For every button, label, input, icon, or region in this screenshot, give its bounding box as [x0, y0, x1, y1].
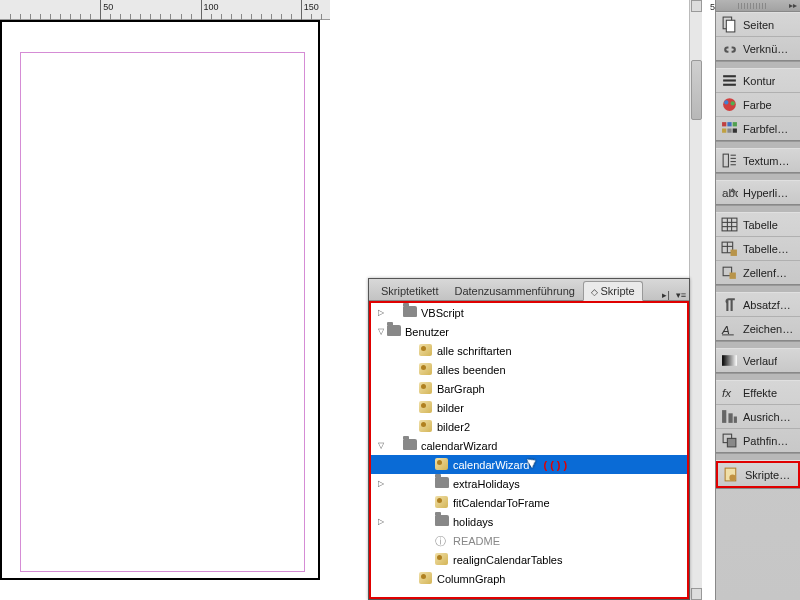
page-margin-guide [20, 52, 305, 572]
panel-button-gradient[interactable]: Verlauf [716, 349, 800, 372]
tree-script[interactable]: ColumnGraph [371, 569, 687, 588]
folder-icon [435, 477, 450, 491]
panel-menu-button[interactable]: ▾≡ [673, 290, 689, 300]
gradient-icon [721, 353, 738, 368]
tree-script[interactable]: bilder [371, 398, 687, 417]
panel-button-stroke[interactable]: Kontur [716, 69, 800, 93]
tree-script[interactable]: calendarWizard( ( ) ) [371, 455, 687, 474]
svg-rect-4 [723, 84, 736, 86]
panel-button-fx[interactable]: fxEffekte [716, 381, 800, 405]
tree-folder[interactable]: ▽Benutzer [371, 322, 687, 341]
panel-dock-header[interactable]: ▸▸ [716, 0, 800, 12]
tree-expander [375, 459, 386, 470]
panel-button-tablestyle[interactable]: Tabelle… [716, 237, 800, 261]
panel-button-label: Absatzf… [743, 299, 791, 311]
svg-rect-8 [722, 122, 726, 126]
tree-expander [375, 554, 386, 565]
tree-script[interactable]: fitCalendarToFrame [371, 493, 687, 512]
tree-expander [375, 345, 386, 356]
svg-rect-12 [727, 129, 731, 133]
tree-script[interactable]: alle schriftarten [371, 341, 687, 360]
svg-rect-30 [730, 273, 736, 279]
tree-folder[interactable]: ▷VBScript [371, 303, 687, 322]
tree-script[interactable]: ⓘREADME [371, 531, 687, 550]
panel-button-label: Zellenf… [743, 267, 787, 279]
stroke-icon [721, 73, 738, 88]
svg-rect-28 [731, 250, 737, 256]
tree-item-label: ColumnGraph [437, 573, 505, 585]
panel-button-label: Ausrich… [743, 411, 791, 423]
tree-item-label: alle schriftarten [437, 345, 512, 357]
folder-icon [403, 306, 418, 320]
panel-button-pathfinder[interactable]: Pathfin… [716, 429, 800, 452]
panel-collapse-button[interactable]: ▸| [659, 290, 672, 300]
script-icon [419, 401, 434, 415]
folder-icon [403, 439, 418, 453]
tree-folder[interactable]: ▽calendarWizard [371, 436, 687, 455]
tree-item-label: Benutzer [405, 326, 449, 338]
tree-script[interactable]: BarGraph [371, 379, 687, 398]
svg-rect-37 [734, 417, 737, 423]
pasteboard [330, 0, 710, 283]
color-icon [721, 97, 738, 112]
tree-expander [375, 535, 386, 546]
panel-button-links[interactable]: Verknü… [716, 37, 800, 60]
charstyle-icon: A [721, 321, 738, 336]
tree-script[interactable]: bilder2 [371, 417, 687, 436]
tree-expander[interactable]: ▽ [375, 440, 386, 451]
tree-item-label: realignCalendarTables [453, 554, 562, 566]
tree-item-label: bilder2 [437, 421, 470, 433]
tab-skriptetikett[interactable]: Skriptetikett [373, 281, 446, 300]
script-icon [435, 458, 450, 472]
tree-expander [375, 383, 386, 394]
tree-expander [375, 573, 386, 584]
fx-icon: fx [721, 385, 738, 400]
panel-button-parastyle[interactable]: Absatzf… [716, 293, 800, 317]
tree-folder[interactable]: ▷extraHolidays [371, 474, 687, 493]
tree-item-label: BarGraph [437, 383, 485, 395]
panel-button-pages[interactable]: Seiten [716, 13, 800, 37]
tree-script[interactable]: alles beenden [371, 360, 687, 379]
tab-skripte[interactable]: ◇ Skripte [583, 281, 643, 301]
scroll-up-arrow[interactable] [691, 0, 702, 12]
scrollbar-vertical[interactable] [689, 0, 702, 600]
tree-item-label: calendarWizard [453, 459, 529, 471]
tab-datenzusammenfuehrung[interactable]: Datenzusammenführung [446, 281, 582, 300]
document-canvas[interactable] [0, 20, 332, 600]
panel-button-color[interactable]: Farbe [716, 93, 800, 117]
svg-rect-14 [723, 154, 728, 167]
tree-expander[interactable]: ▷ [375, 516, 386, 527]
tree-script[interactable]: realignCalendarTables [371, 550, 687, 569]
panel-button-wrap[interactable]: Textum… [716, 149, 800, 172]
panel-button-script[interactable]: Skripte… [716, 461, 800, 488]
panel-button-charstyle[interactable]: AZeichen… [716, 317, 800, 340]
svg-rect-1 [726, 20, 735, 32]
scroll-thumb[interactable] [691, 60, 702, 120]
selection-marker: ( ( ) ) [543, 459, 567, 471]
panel-button-table[interactable]: Tabelle [716, 213, 800, 237]
pathfinder-icon [721, 433, 738, 448]
panel-button-swatch[interactable]: Farbfel… [716, 117, 800, 140]
tree-expander[interactable]: ▷ [375, 478, 386, 489]
svg-rect-20 [722, 218, 737, 231]
panel-button-hyperlink[interactable]: abcHyperli… [716, 181, 800, 204]
tree-expander[interactable]: ▷ [375, 307, 386, 318]
tree-folder[interactable]: ▷holidays [371, 512, 687, 531]
panel-button-align[interactable]: Ausrich… [716, 405, 800, 429]
hyperlink-icon: abc [721, 185, 738, 200]
tree-expander [375, 497, 386, 508]
mouse-cursor [527, 456, 541, 474]
svg-point-41 [729, 475, 735, 481]
panel-button-label: Verlauf [743, 355, 777, 367]
scripts-tree[interactable]: ▷VBScript▽Benutzeralle schriftartenalles… [369, 301, 689, 599]
scroll-down-arrow[interactable] [691, 588, 702, 600]
svg-rect-13 [733, 129, 737, 133]
tree-expander[interactable]: ▽ [375, 326, 386, 337]
script-icon [419, 382, 434, 396]
panel-button-label: Farbfel… [743, 123, 788, 135]
svg-text:A: A [721, 323, 730, 336]
info-icon: ⓘ [435, 534, 450, 548]
page[interactable] [0, 20, 320, 580]
panel-button-cellstyle[interactable]: Zellenf… [716, 261, 800, 284]
svg-rect-33 [722, 355, 737, 366]
